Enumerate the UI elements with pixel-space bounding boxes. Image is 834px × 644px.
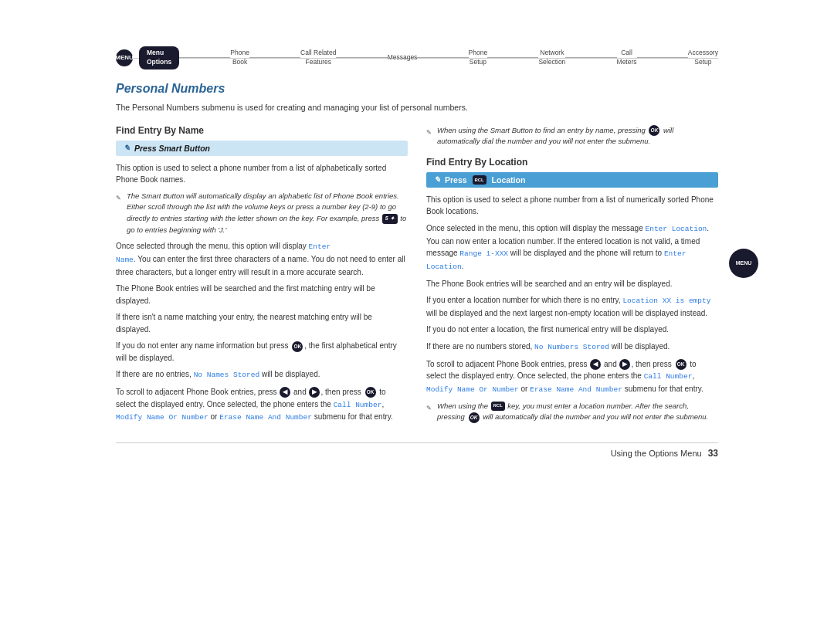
left-para-6: If there are no entries, No Names Stored… (116, 368, 408, 381)
right-bottom-note: When using the RCL key, you must enter a… (426, 401, 718, 423)
nav-div-7 (637, 57, 688, 58)
call-number-ref-r: Call Number (644, 372, 693, 381)
two-columns: Find Entry By Name ✎ Press Smart Button … (116, 125, 718, 429)
left-para-4: If there isn't a name matching your entr… (116, 311, 408, 335)
rcl-btn-note: RCL (491, 402, 505, 411)
nav-phone-book: PhoneBook (230, 49, 249, 67)
column-left: Find Entry By Name ✎ Press Smart Button … (116, 125, 408, 429)
right-para-5: If you do not enter a location, the firs… (426, 324, 718, 336)
page-wrapper: MENU MenuOptions PhoneBook Call RelatedF… (0, 0, 834, 644)
nav-call-related: Call RelatedFeatures (300, 49, 336, 67)
ok-btn-note: OK (649, 125, 659, 136)
ok-btn-left2: OK (365, 387, 376, 398)
arrow-left-btn: ◀ (280, 387, 290, 398)
left-para-2: Once selected through the menu, this opt… (116, 240, 408, 278)
nav-items: MENU MenuOptions PhoneBook Call RelatedF… (116, 46, 718, 69)
modify-name-ref-r: Modify Name Or Number (426, 385, 519, 394)
nav-menu-options-label: MenuOptions (139, 46, 179, 69)
nav-accessory-setup: AccessorySetup (688, 49, 718, 67)
no-numbers-stored-ref: No Numbers Stored (534, 343, 609, 351)
location-empty-ref: Location XX is empty (622, 297, 710, 305)
left-note-1: The Smart Button will automatically disp… (116, 191, 408, 236)
nav-div-4 (417, 57, 468, 58)
right-header-location: Location (492, 175, 526, 185)
pen-icon-left: ✎ (124, 144, 130, 152)
page-title: Personal Numbers (116, 82, 718, 96)
erase-name-ref: Erase Name And Number (219, 413, 312, 422)
menu-icon: MENU (116, 49, 133, 66)
right-para-2: Once selected in the menu, this option w… (426, 222, 718, 273)
right-para-6: If there are no numbers stored, No Numbe… (426, 341, 718, 354)
enter-location-ref1: Enter Location (646, 225, 707, 233)
intro-text: The Personal Numbers submenu is used for… (116, 102, 718, 114)
footer: Using the Options Menu 33 (116, 442, 718, 459)
arrow-left-btn-r: ◀ (590, 359, 601, 370)
ok-btn-left: OK (292, 341, 303, 352)
left-section-title: Find Entry By Name (116, 125, 408, 136)
right-para-7: To scroll to adjacent Phone Book entries… (426, 358, 718, 396)
nav-phone-setup: PhoneSetup (469, 49, 488, 67)
right-header-bar: ✎ Press RCL Location (426, 172, 718, 188)
footer-label: Using the Options Menu (611, 449, 702, 458)
right-header-press: Press (445, 175, 467, 185)
nav-div-5 (487, 57, 538, 58)
left-header-label: Press Smart Button (134, 144, 210, 153)
left-para-5: If you do not enter any name information… (116, 340, 408, 364)
ok-btn-right: OK (676, 359, 687, 370)
left-para-1: This option is used to select a phone nu… (116, 162, 408, 186)
right-para-1: This option is used to select a phone nu… (426, 194, 718, 218)
right-para-3: The Phone Book entries will be searched … (426, 278, 718, 290)
nav-messages: Messages (388, 53, 418, 63)
right-top-note: When using the Smart Button to find an e… (426, 125, 718, 147)
rcl-btn-header: RCL (473, 175, 486, 185)
key-5-icon: 5 ✦ (382, 214, 398, 224)
left-para-7: To scroll to adjacent Phone Book entries… (116, 386, 408, 424)
arrow-right-btn-r: ▶ (619, 359, 630, 370)
nav-div-1 (179, 57, 230, 58)
right-section-title: Find Entry By Location (426, 157, 718, 168)
left-header-bar: ✎ Press Smart Button (116, 141, 408, 156)
nav-menu-options: MENU MenuOptions (116, 46, 179, 69)
modify-name-ref: Modify Name Or Number (116, 413, 208, 422)
nav-div-6 (565, 57, 616, 58)
nav-bar: MENU MenuOptions PhoneBook Call RelatedF… (116, 46, 718, 69)
enter-name-ref: EnterName (116, 242, 331, 264)
range-ref: Range 1-XXX (459, 249, 508, 258)
call-number-ref: Call Number (334, 401, 382, 409)
right-para-4: If you enter a location number for which… (426, 294, 718, 319)
column-right: When using the Smart Button to find an e… (426, 125, 718, 429)
ok-btn-bottom: OK (469, 412, 480, 423)
nav-div-2 (249, 57, 300, 58)
arrow-right-btn: ▶ (309, 387, 320, 398)
content-area: Personal Numbers The Personal Numbers su… (116, 82, 718, 459)
erase-name-ref-r: Erase Name And Number (530, 385, 622, 394)
no-names-stored-ref: No Names Stored (194, 371, 260, 379)
menu-button-right: MENU (729, 249, 758, 278)
nav-call-meters: CallMeters (617, 49, 637, 67)
left-para-3: The Phone Book entries will be searched … (116, 283, 408, 307)
page-number: 33 (708, 448, 718, 459)
pen-icon-right: ✎ (434, 175, 440, 184)
nav-div-3 (336, 57, 387, 58)
nav-network-selection: NetworkSelection (538, 49, 565, 67)
menu-circle-icon: MENU (729, 249, 758, 278)
